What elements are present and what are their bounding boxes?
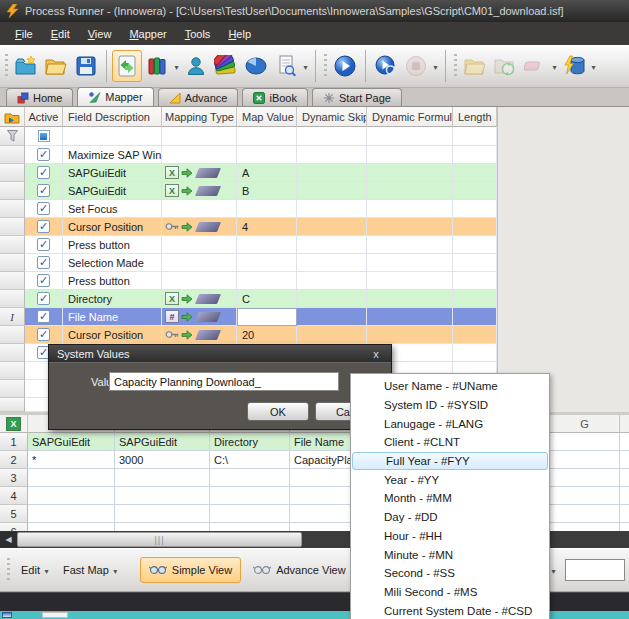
fast-map-menu-button[interactable]: Fast Map: [59, 560, 124, 580]
row-checkbox[interactable]: [37, 328, 50, 341]
table-row[interactable]: SAPGuiEdit B: [0, 182, 497, 200]
menu-item-minute[interactable]: Minute - #MN: [351, 545, 549, 564]
eraser-button[interactable]: [520, 50, 550, 82]
sheet-corner[interactable]: [0, 415, 28, 433]
row-header[interactable]: [0, 164, 25, 182]
row-header[interactable]: [0, 200, 25, 218]
sheet-cell[interactable]: [620, 469, 629, 487]
table-row[interactable]: Cursor Position 4: [0, 218, 497, 236]
toolbar-grip[interactable]: [324, 54, 327, 78]
sheet-cell[interactable]: [210, 505, 290, 523]
menu-item-second[interactable]: Second - #SS: [351, 564, 549, 583]
sheet-row-number[interactable]: 2: [0, 451, 28, 469]
save-button[interactable]: [71, 50, 101, 82]
menu-tools[interactable]: Tools: [176, 25, 220, 43]
row-header[interactable]: [0, 398, 25, 412]
menu-mapper[interactable]: Mapper: [120, 25, 175, 43]
row-header[interactable]: [0, 326, 25, 344]
column-header-dynamic-skip[interactable]: Dynamic Skip: [297, 107, 367, 127]
menu-view[interactable]: View: [79, 25, 121, 43]
filter-cell[interactable]: [237, 127, 297, 146]
row-header[interactable]: [0, 290, 25, 308]
sheet-row-number[interactable]: 3: [0, 469, 28, 487]
tab-start-page[interactable]: Start Page: [312, 88, 402, 106]
filter-cell[interactable]: [63, 127, 162, 146]
sheet-cell[interactable]: [620, 451, 629, 469]
sheet-cell[interactable]: [115, 469, 210, 487]
table-row[interactable]: Press button: [0, 236, 497, 254]
row-header[interactable]: [0, 254, 25, 272]
row-checkbox[interactable]: [37, 184, 50, 197]
scrollbar-thumb[interactable]: [17, 532, 302, 547]
table-row[interactable]: Directory C: [0, 290, 497, 308]
menu-item-user-name[interactable]: User Name - #UName: [351, 377, 549, 396]
value-input[interactable]: [109, 372, 339, 391]
taskbar-item[interactable]: [42, 612, 68, 618]
table-row[interactable]: Set Focus: [0, 200, 497, 218]
sheet-cell[interactable]: [210, 469, 290, 487]
sheet-cell[interactable]: C:\: [210, 451, 290, 469]
menu-item-mili-second[interactable]: Mili Second - #MS: [351, 583, 549, 602]
user-button[interactable]: [181, 50, 211, 82]
table-row[interactable]: Selection Made: [0, 254, 497, 272]
stop-button[interactable]: [401, 50, 431, 82]
switch-sap-window-button[interactable]: [112, 50, 142, 82]
sheet-cell[interactable]: [550, 505, 620, 523]
sheet-cell[interactable]: [115, 505, 210, 523]
db-update-dropdown[interactable]: [589, 60, 598, 72]
sheet-cell[interactable]: [550, 487, 620, 505]
row-checkbox[interactable]: [37, 256, 50, 269]
run-button[interactable]: [330, 50, 360, 82]
sheet-cell[interactable]: [550, 433, 620, 451]
row-checkbox[interactable]: [37, 220, 50, 233]
row-header[interactable]: [0, 236, 25, 254]
column-header-active[interactable]: Active: [25, 107, 63, 127]
toolbar-grip[interactable]: [5, 54, 8, 78]
menu-item-system-id[interactable]: System ID - #SYSID: [351, 396, 549, 415]
menu-item-client[interactable]: Client - #CLNT: [351, 433, 549, 452]
sheet-cell[interactable]: SAPGuiEdit: [28, 433, 115, 451]
db-update-button[interactable]: [559, 50, 589, 82]
ok-button[interactable]: OK: [247, 402, 309, 421]
sheet-cell[interactable]: [620, 433, 629, 451]
simple-view-button[interactable]: Simple View: [140, 557, 241, 583]
row-header[interactable]: I: [0, 308, 25, 326]
sheet-cell[interactable]: [115, 487, 210, 505]
filter-cell[interactable]: [453, 127, 497, 146]
column-header-dynamic-formula[interactable]: Dynamic Formula: [367, 107, 453, 127]
sheet-row-number[interactable]: 5: [0, 505, 28, 523]
palette-button[interactable]: [211, 50, 241, 82]
menu-file[interactable]: File: [6, 25, 42, 43]
stop-dropdown[interactable]: [431, 60, 440, 72]
archive-button[interactable]: [460, 50, 490, 82]
row-checkbox[interactable]: [37, 166, 50, 179]
scroll-left-arrow[interactable]: [0, 531, 17, 548]
ibooks-button[interactable]: [142, 50, 172, 82]
sheet-cell[interactable]: 3000: [115, 451, 210, 469]
sheet-cell[interactable]: [28, 505, 115, 523]
row-checkbox[interactable]: [37, 148, 50, 161]
taskbar-icon[interactable]: [2, 612, 12, 618]
tab-advance[interactable]: Advance: [158, 88, 239, 106]
table-row[interactable]: Press button: [0, 272, 497, 290]
menu-item-year[interactable]: Year - #YY: [351, 470, 549, 489]
sheet-cell[interactable]: [28, 469, 115, 487]
menu-item-day[interactable]: Day - #DD: [351, 508, 549, 527]
advance-view-button[interactable]: Advance View: [245, 557, 354, 583]
sheet-cell[interactable]: [28, 487, 115, 505]
grid-corner-button[interactable]: [0, 107, 25, 127]
filter-row-header[interactable]: [0, 127, 25, 146]
column-header-length[interactable]: Length: [453, 107, 497, 127]
row-checkbox[interactable]: [37, 274, 50, 287]
close-icon[interactable]: [369, 348, 383, 360]
ibooks-dropdown[interactable]: [172, 60, 181, 72]
table-row[interactable]: Cursor Position 20: [0, 326, 497, 344]
sheet-row-number[interactable]: 1: [0, 433, 28, 451]
tab-home[interactable]: Home: [6, 88, 73, 106]
sheet-cell[interactable]: [550, 469, 620, 487]
column-header-field-description[interactable]: Field Description: [63, 107, 162, 127]
menu-item-month[interactable]: Month - #MM: [351, 489, 549, 508]
column-header-mapping-type[interactable]: Mapping Type: [162, 107, 237, 127]
menu-item-hour[interactable]: Hour - #HH: [351, 527, 549, 546]
filter-active-cell[interactable]: [25, 127, 63, 146]
